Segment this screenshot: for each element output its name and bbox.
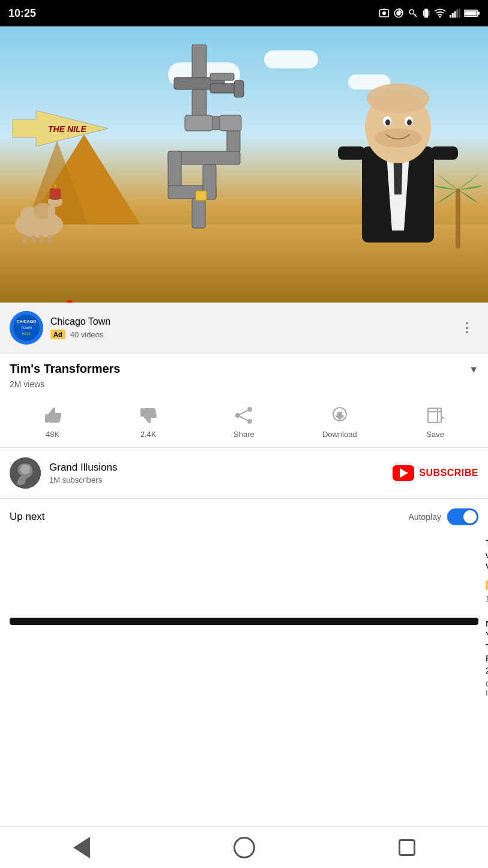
svg-point-1 xyxy=(382,11,386,15)
svg-rect-16 xyxy=(459,9,460,18)
recent-button[interactable] xyxy=(389,830,425,866)
svg-text:PIZZA: PIZZA xyxy=(22,332,31,336)
youtube-icon xyxy=(393,465,414,481)
svg-point-4 xyxy=(397,11,400,15)
dropdown-icon[interactable]: ▼ xyxy=(469,364,478,375)
channel-more-button[interactable]: ⋮ xyxy=(456,315,478,340)
action-buttons: 48K 2.4K Share xyxy=(0,395,488,448)
share-icon xyxy=(233,405,255,426)
like-icon xyxy=(42,405,64,426)
svg-rect-82 xyxy=(428,408,441,423)
download-icon xyxy=(329,405,351,426)
channel-info: Chicago Town Ad 40 videos xyxy=(50,316,456,339)
up-next-header: Up next Autoplay xyxy=(0,499,488,532)
photo-icon xyxy=(379,8,390,19)
svg-rect-30 xyxy=(31,235,35,243)
download-button[interactable]: Download xyxy=(319,405,361,439)
svg-rect-13 xyxy=(452,13,454,18)
autoplay-row: Autoplay xyxy=(409,508,478,525)
svg-rect-29 xyxy=(23,235,27,243)
svg-point-36 xyxy=(54,184,56,187)
sub-info: Grand Illusions 1M subscribers xyxy=(49,462,393,484)
svg-point-61 xyxy=(407,119,412,125)
camel-figure xyxy=(6,182,72,243)
autoplay-toggle[interactable] xyxy=(447,508,478,525)
svg-point-62 xyxy=(367,83,429,113)
channel-name-2: Grand Illusions xyxy=(486,680,488,698)
signal-icon xyxy=(450,8,460,18)
svg-rect-65 xyxy=(431,146,458,160)
save-button[interactable]: Save xyxy=(414,405,456,439)
svg-point-5 xyxy=(409,10,414,14)
video-views-1: 198K views xyxy=(486,594,488,603)
svg-rect-8 xyxy=(424,9,428,18)
video-thumbnail[interactable]: THE NILE xyxy=(0,26,488,303)
channel-row[interactable]: CHICAGO TOWN PIZZA Chicago Town Ad 40 vi… xyxy=(0,303,488,354)
svg-rect-40 xyxy=(234,80,244,97)
status-time: 10:25 xyxy=(8,7,36,20)
video-thumb-ny[interactable] xyxy=(10,618,478,625)
wifi-icon xyxy=(434,8,446,18)
svg-line-78 xyxy=(240,417,247,420)
share-label: Share xyxy=(233,430,255,439)
channel-videos: 40 videos xyxy=(70,330,104,339)
home-icon xyxy=(233,837,255,858)
ad-badge-1: Ad xyxy=(486,580,488,590)
svg-rect-15 xyxy=(456,10,458,18)
video-title-1: The Hulk vs. Venom xyxy=(486,537,488,573)
home-button[interactable] xyxy=(226,830,262,866)
channel-meta: Ad 40 videos xyxy=(50,330,456,339)
svg-point-63 xyxy=(374,128,422,148)
svg-rect-41 xyxy=(210,73,234,80)
video-title: Tim's Transformers xyxy=(10,362,463,376)
video-meta-sub-2: Grand Illusions xyxy=(486,680,488,698)
autoplay-label: Autoplay xyxy=(409,512,441,522)
svg-rect-18 xyxy=(478,11,480,14)
youtube-play-icon xyxy=(400,468,408,478)
svg-point-86 xyxy=(20,465,30,474)
svg-point-76 xyxy=(247,419,252,424)
download-label: Download xyxy=(322,430,357,439)
svg-rect-37 xyxy=(192,44,206,80)
svg-rect-14 xyxy=(454,11,456,18)
save-label: Save xyxy=(426,430,444,439)
svg-rect-12 xyxy=(450,15,451,18)
dislike-count: 2.4K xyxy=(140,430,157,439)
svg-rect-52 xyxy=(196,191,206,200)
share-button[interactable]: Share xyxy=(223,405,265,439)
video-views: 2M views xyxy=(10,379,478,389)
like-button[interactable]: 48K xyxy=(32,405,74,439)
subscribe-button[interactable]: SUBSCRIBE xyxy=(393,465,478,481)
video-info: Tim's Transformers ▼ 2M views xyxy=(0,354,488,395)
svg-text:CHICAGO: CHICAGO xyxy=(16,319,37,324)
svg-text:TOWN: TOWN xyxy=(21,326,32,330)
svg-rect-19 xyxy=(465,11,477,16)
channel-avatar-inner: CHICAGO TOWN PIZZA xyxy=(10,311,43,345)
video-meta-sub-1: Ad Marvel HQ xyxy=(486,576,488,594)
video-title-row: Tim's Transformers ▼ xyxy=(10,362,478,376)
svg-rect-27 xyxy=(48,205,55,222)
video-card-1[interactable]: 🇬🇧 MARVEL HQ 🕷 SHORT 3:37 The Hulk vs. V… xyxy=(0,532,488,613)
ny-thumb-bg xyxy=(10,618,478,625)
vibrate-icon xyxy=(422,8,430,19)
faucet-pipes xyxy=(132,44,300,249)
channel-avatar[interactable]: CHICAGO TOWN PIZZA xyxy=(10,311,43,345)
dislike-button[interactable]: 2.4K xyxy=(127,405,169,439)
svg-rect-46 xyxy=(168,151,181,187)
cast-icon xyxy=(393,8,404,19)
svg-rect-64 xyxy=(338,146,365,160)
status-icons xyxy=(379,8,480,19)
channel-avatar-grand-illusions[interactable] xyxy=(10,457,41,489)
svg-rect-50 xyxy=(185,115,212,131)
back-button[interactable] xyxy=(64,830,100,866)
key-icon xyxy=(408,8,418,19)
svg-rect-72 xyxy=(45,414,49,423)
video-card-2[interactable]: New York Toy Fair 2019 Grand Illusions ⋮ xyxy=(0,613,488,752)
person-preview xyxy=(22,624,94,625)
sub-count: 1M subscribers xyxy=(49,475,393,484)
video-meta-2: New York Toy Fair 2019 Grand Illusions xyxy=(486,618,488,698)
svg-point-11 xyxy=(439,16,441,17)
svg-rect-73 xyxy=(140,408,144,417)
subscribe-text: SUBSCRIBE xyxy=(419,468,478,478)
recent-icon xyxy=(399,839,415,856)
